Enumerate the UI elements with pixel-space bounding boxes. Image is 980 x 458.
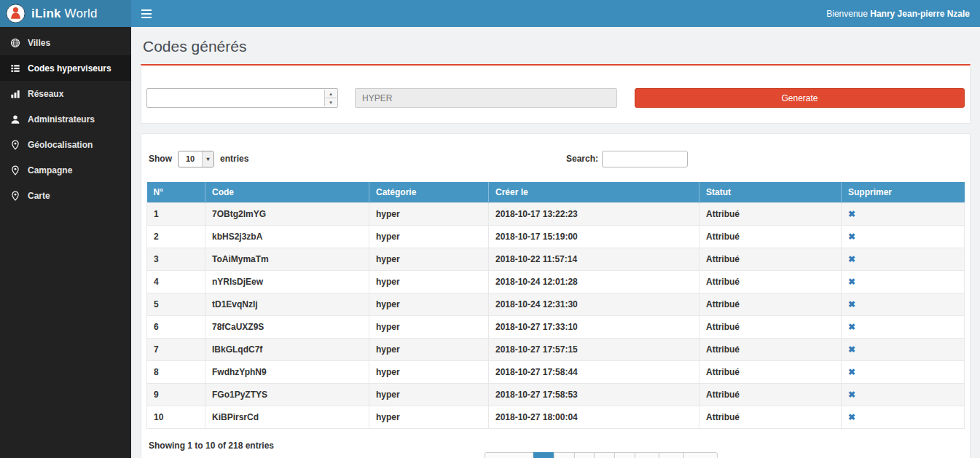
page-btn-22[interactable]: 22 — [659, 452, 684, 458]
cell-status: Attribué — [699, 293, 842, 316]
column-header[interactable]: Statut — [699, 182, 842, 203]
cell-num: 9 — [147, 384, 205, 406]
table-row: 2kbHS2j3zbAhyper2018-10-17 15:19:00Attri… — [147, 226, 965, 248]
page-btn-3[interactable]: 3 — [573, 452, 595, 458]
cell-delete: ✖ — [842, 271, 965, 293]
chevron-down-icon: ▾ — [202, 151, 213, 167]
cell-category: hyper — [369, 361, 489, 384]
cell-delete: ✖ — [842, 203, 965, 226]
sidebar-item-geolocalisation[interactable]: Géolocalisation — [0, 132, 131, 157]
column-header[interactable]: Catégorie — [369, 182, 489, 203]
sidebar-item-administrateurs[interactable]: Administrateurs — [0, 106, 131, 132]
page-btn-5[interactable]: 5 — [614, 452, 635, 458]
cell-num: 5 — [147, 293, 205, 316]
page-size-select[interactable]: 10 ▾ — [178, 151, 214, 167]
column-header[interactable]: N° — [147, 182, 205, 203]
cell-code: 7OBtg2lmYG — [205, 203, 369, 226]
delete-icon[interactable]: ✖ — [848, 412, 855, 422]
entries-label: entries — [220, 154, 248, 164]
cell-num: 4 — [147, 271, 205, 293]
cell-code: nYRlsDjEew — [205, 271, 369, 293]
delete-icon[interactable]: ✖ — [848, 322, 855, 332]
page-btn-1[interactable]: 1 — [533, 452, 554, 458]
generate-button[interactable]: Generate — [635, 88, 965, 108]
table-footer: Showing 1 to 10 of 218 entries Previous1… — [146, 429, 965, 458]
page-btn-previous: Previous — [484, 452, 534, 458]
sidebar-item-label: Géolocalisation — [28, 140, 93, 150]
spinner-down-icon[interactable]: ▾ — [325, 98, 337, 106]
number-spinner: ▴ ▾ — [324, 90, 337, 106]
sidebar-item-villes[interactable]: Villes — [0, 30, 131, 55]
cell-num: 1 — [147, 203, 205, 226]
cell-category: hyper — [369, 384, 489, 406]
cell-created: 2018-10-24 12:31:30 — [489, 293, 699, 316]
delete-icon[interactable]: ✖ — [848, 277, 855, 287]
table-body: 17OBtg2lmYGhyper2018-10-17 13:22:23Attri… — [147, 203, 965, 429]
cell-category: hyper — [369, 271, 489, 293]
ilink-logo-icon — [6, 4, 26, 23]
sidebar-item-label: Villes — [28, 38, 50, 48]
cell-status: Attribué — [699, 203, 842, 226]
pin-icon — [9, 165, 20, 175]
cell-status: Attribué — [699, 361, 842, 384]
sidebar-item-campagne[interactable]: Campagne — [0, 157, 131, 183]
sidebar-item-label: Carte — [28, 191, 50, 201]
codes-table-panel: Show 10 ▾ entries Search: — [141, 133, 971, 458]
brand-text: iLink World — [31, 7, 98, 21]
cell-category: hyper — [369, 203, 489, 226]
column-header[interactable]: Créer le — [489, 182, 699, 203]
search-input[interactable] — [602, 151, 688, 167]
sidebar-item-label: Codes hyperviseurs — [28, 63, 111, 74]
delete-icon[interactable]: ✖ — [848, 254, 855, 264]
search-label: Search: — [566, 154, 598, 164]
delete-icon[interactable]: ✖ — [848, 299, 855, 309]
sidebar-item-reseaux[interactable]: Réseaux — [0, 81, 131, 106]
main-content: Codes générés ▴ ▾ Generate Show 10 ▾ — [131, 27, 980, 458]
page-btn-2[interactable]: 2 — [554, 452, 575, 458]
quantity-field: ▴ ▾ — [146, 88, 338, 108]
column-header[interactable]: Supprimer — [842, 182, 965, 203]
cell-created: 2018-10-27 17:58:44 — [489, 361, 699, 384]
sidebar-menu: VillesCodes hyperviseursRéseauxAdministr… — [0, 27, 131, 458]
cell-created: 2018-10-17 15:19:00 — [489, 226, 699, 248]
table-row: 17OBtg2lmYGhyper2018-10-17 13:22:23Attri… — [147, 203, 965, 226]
globe-icon — [9, 37, 20, 48]
page-btn-next[interactable]: Next — [683, 452, 718, 458]
delete-icon[interactable]: ✖ — [848, 209, 855, 219]
sidebar-item-label: Réseaux — [28, 89, 63, 99]
brand-logo[interactable]: iLink World — [0, 0, 131, 27]
page-length-control: Show 10 ▾ entries — [149, 150, 963, 167]
spinner-up-icon[interactable]: ▴ — [325, 90, 337, 98]
show-label: Show — [149, 154, 172, 164]
delete-icon[interactable]: ✖ — [848, 390, 855, 400]
quantity-input[interactable] — [147, 89, 337, 107]
cell-delete: ✖ — [842, 293, 965, 316]
sidebar-item-codes-hyperviseurs[interactable]: Codes hyperviseurs — [0, 55, 131, 81]
cell-status: Attribué — [699, 339, 842, 361]
table-row: 3ToAiMymaTmhyper2018-10-22 11:57:14Attri… — [147, 248, 965, 271]
cell-code: FwdhzYphN9 — [205, 361, 369, 384]
column-header[interactable]: Code — [205, 182, 369, 203]
cell-created: 2018-10-24 12:01:28 — [489, 271, 699, 293]
page-btn-4[interactable]: 4 — [594, 452, 615, 458]
cell-category: hyper — [369, 293, 489, 316]
hamburger-menu-icon[interactable] — [141, 9, 152, 18]
cell-status: Attribué — [699, 226, 842, 248]
delete-icon[interactable]: ✖ — [848, 344, 855, 355]
pin-icon — [9, 190, 20, 201]
sidebar-item-carte[interactable]: Carte — [0, 183, 131, 208]
table-row: 5tD1EvqNzljhyper2018-10-24 12:31:30Attri… — [147, 293, 965, 316]
delete-icon[interactable]: ✖ — [848, 232, 855, 242]
cell-status: Attribué — [699, 384, 842, 406]
table-controls: Show 10 ▾ entries Search: — [149, 150, 963, 173]
cell-delete: ✖ — [842, 361, 965, 384]
search-control: Search: — [566, 150, 688, 167]
table-header-row: N°CodeCatégorieCréer leStatutSupprimer — [147, 182, 965, 203]
app-window: iLink World Bienvenue Hanry Jean-pierre … — [0, 0, 980, 458]
sidebar-item-label: Campagne — [28, 165, 72, 175]
cell-status: Attribué — [699, 271, 842, 293]
cell-delete: ✖ — [842, 339, 965, 361]
cell-status: Attribué — [699, 248, 842, 271]
pagination: Previous12345…22Next — [484, 452, 717, 458]
delete-icon[interactable]: ✖ — [848, 367, 855, 377]
